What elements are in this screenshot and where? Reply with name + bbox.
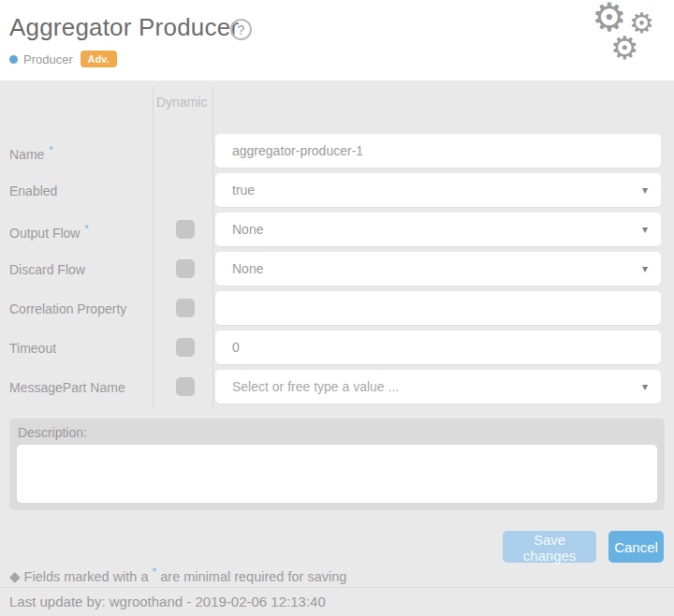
correlation-property-dynamic-checkbox[interactable]: [176, 299, 195, 317]
required-asterisk: *: [81, 223, 88, 234]
row-label-enabled: Enabled: [9, 183, 57, 198]
discard-flow-dynamic-checkbox[interactable]: [176, 259, 195, 278]
messagepart-name-dynamic-checkbox[interactable]: [176, 377, 195, 396]
required-note: ◆Fields marked with a * are minimal requ…: [9, 565, 346, 585]
adv-badge: Adv.: [81, 51, 117, 67]
required-note-prefix: Fields marked with a: [24, 569, 149, 584]
row-label-name: Name *: [9, 144, 53, 162]
save-button[interactable]: Save changes: [503, 531, 596, 563]
description-label: Description:: [18, 425, 87, 440]
footer-divider: [0, 587, 674, 588]
chevron-down-icon: ▾: [642, 380, 648, 393]
last-update-text: Last update by: wgroothand - 2019-02-06 …: [9, 594, 326, 609]
producer-type-label: Producer: [23, 52, 73, 66]
row-label-output-flow: Output Flow *: [9, 223, 89, 241]
required-asterisk: *: [153, 565, 157, 579]
chevron-down-icon: ▾: [642, 223, 648, 236]
description-textarea[interactable]: [17, 445, 657, 503]
page-title: Aggregator Producer: [9, 13, 239, 42]
select-value: true: [232, 183, 629, 198]
row-label-messagepart-name: MessagePart Name: [9, 380, 125, 395]
output-flow-select[interactable]: None▾: [215, 213, 661, 246]
gears-icon: ⚙ ⚙ ⚙: [590, 0, 663, 77]
description-panel: Description:: [9, 418, 665, 510]
header: Aggregator Producer ? ⚙ ⚙ ⚙ Producer Adv…: [0, 0, 674, 81]
diamond-icon: ◆: [9, 568, 21, 584]
select-value: None: [232, 261, 629, 276]
dynamic-column-divider-left: [153, 87, 154, 407]
output-flow-dynamic-checkbox[interactable]: [176, 220, 195, 239]
row-label-correlation-property: Correlation Property: [9, 301, 126, 316]
help-icon[interactable]: ?: [230, 19, 252, 40]
form-panel: Dynamic Name *Enabledtrue▾Output Flow *N…: [0, 81, 674, 616]
select-value: Select or free type a value ...: [232, 379, 629, 394]
required-asterisk: *: [46, 144, 52, 155]
producer-type-dot: [9, 55, 18, 64]
discard-flow-select[interactable]: None▾: [215, 252, 661, 286]
chevron-down-icon: ▾: [642, 262, 648, 275]
timeout-input[interactable]: [215, 330, 661, 364]
messagepart-name-combobox[interactable]: Select or free type a value ...▾: [215, 370, 661, 403]
timeout-dynamic-checkbox[interactable]: [176, 338, 195, 357]
select-value: None: [232, 222, 629, 237]
row-label-discard-flow: Discard Flow: [9, 262, 85, 277]
cancel-button[interactable]: Cancel: [608, 531, 664, 563]
row-label-timeout: Timeout: [9, 341, 56, 356]
enabled-select[interactable]: true▾: [215, 173, 661, 207]
aggregator-producer-form: Aggregator Producer ? ⚙ ⚙ ⚙ Producer Adv…: [0, 0, 674, 616]
required-note-suffix: are minimal required for saving: [160, 569, 346, 584]
chevron-down-icon: ▾: [642, 183, 648, 197]
component-type-line: Producer Adv.: [9, 50, 117, 68]
gear-icon: ⚙: [610, 32, 638, 64]
correlation-property-input[interactable]: [215, 291, 661, 325]
dynamic-column-divider-right: [212, 87, 213, 407]
dynamic-column-header: Dynamic: [156, 95, 209, 110]
name-input[interactable]: [215, 134, 661, 168]
